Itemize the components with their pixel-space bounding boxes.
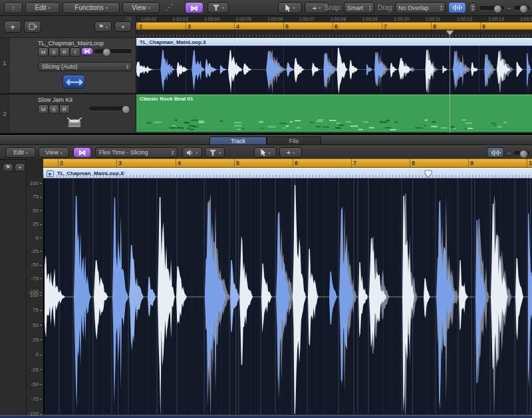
midi-notes — [136, 116, 532, 132]
editor-zoom-slider[interactable] — [514, 151, 529, 155]
playhead-marker-icon[interactable] — [446, 30, 454, 36]
tab-track[interactable]: Track — [209, 136, 267, 145]
slider-knob[interactable] — [519, 5, 528, 13]
flex-mode-dropdown[interactable]: Slicing (Auto) ▴▾ — [38, 62, 132, 71]
bar-number: 8 — [433, 23, 436, 30]
automation-nodes-icon[interactable]: ⋰ — [165, 3, 173, 12]
horizontal-zoom-slider[interactable] — [515, 6, 529, 10]
crosshair-icon: + — [313, 4, 317, 12]
editor-ruler-spacer — [27, 158, 43, 178]
flag-icon: ⚑ — [5, 164, 10, 170]
pointer-tool-button[interactable]: ▾ — [278, 2, 302, 13]
track-name[interactable]: TL_Chapman_MainLoop — [38, 40, 104, 47]
waveform-vzoom-button[interactable] — [448, 2, 466, 13]
bar-number: 7 — [384, 23, 387, 30]
view-menu[interactable]: View ▾ — [122, 2, 160, 13]
bar-number: 5 — [236, 160, 239, 166]
playhead-line[interactable] — [450, 33, 450, 133]
scale-label: -50 — [25, 381, 42, 387]
chevron-down-icon: ▾ — [319, 5, 321, 10]
editor-pointer-tool-button[interactable]: ▾ — [254, 147, 277, 158]
region-header[interactable]: TL_Chapman_MainLoop.3 — [136, 38, 532, 46]
editor-view-menu[interactable]: View ▾ — [39, 147, 69, 158]
track-flex-button[interactable]: ⋈ — [81, 47, 93, 55]
slider-knob[interactable] — [519, 150, 528, 158]
filter-button[interactable]: ▾ — [207, 2, 229, 13]
editor-waveform-zoom-button[interactable] — [487, 147, 504, 158]
scale-label: 0 — [25, 235, 42, 241]
track-header[interactable]: TL_Chapman_MainLoop MSRI ⋈ Slicing (Auto… — [9, 38, 136, 93]
track-s-button[interactable]: S — [49, 47, 59, 57]
time-label: 1:00:03 — [173, 17, 188, 21]
popup-stepper-icon: ▴▾ — [172, 150, 174, 156]
region-name: Classic Rock Beat 01 — [140, 96, 194, 102]
chevron-down-icon: ▾ — [26, 150, 28, 155]
track-number: 1 — [0, 60, 9, 67]
midi-region-body[interactable]: Classic Rock Beat 01 — [136, 95, 532, 132]
bar-line — [176, 159, 176, 167]
bar-number: 8 — [412, 160, 415, 166]
editor-flex-button[interactable]: ⋈ — [73, 147, 91, 158]
track-name[interactable]: Slow Jam Kit — [38, 97, 72, 103]
time-label: 1:00:14 — [520, 17, 532, 21]
track-i-button[interactable]: I — [70, 47, 80, 57]
slider-knob[interactable] — [493, 5, 502, 13]
time-label: 1:00:02 — [141, 17, 156, 21]
track-volume-slider[interactable] — [90, 106, 131, 110]
track-sort-button[interactable]: ⚑ ▾ — [94, 21, 112, 32]
chevron-down-icon: ▾ — [19, 165, 21, 170]
duplicate-track-button[interactable] — [24, 21, 41, 33]
cycle-icon[interactable]: ○ — [122, 170, 125, 176]
track-r-button[interactable]: R — [59, 104, 70, 114]
bar-number: 2 — [60, 160, 63, 166]
editor-filter-button[interactable]: ▾ — [205, 147, 225, 158]
editor-sort-button[interactable]: ⚑ — [3, 163, 13, 172]
chevron-down-icon: ▾ — [293, 150, 295, 155]
bar-ruler-top[interactable]: 23456789 — [136, 22, 532, 30]
track-header[interactable]: Slow Jam Kit MSR — [9, 95, 136, 133]
vertical-zoom-slider[interactable] — [479, 6, 504, 10]
tab-file[interactable]: File — [267, 136, 321, 145]
time-label: 1:00:07 — [299, 17, 315, 21]
flex-time-value: Flex Time - Slicing — [99, 149, 148, 156]
back-button[interactable]: ↑ — [4, 2, 23, 13]
track-icon[interactable] — [65, 117, 84, 129]
drag-dropdown[interactable]: No Overlap ▴▾ — [395, 2, 446, 13]
bar-ruler-editor[interactable]: 234567891 — [43, 158, 532, 168]
vzoom-stepper[interactable]: ▴ ▾ — [469, 3, 477, 13]
editor-waveform-area[interactable] — [43, 178, 532, 414]
funnel-icon — [209, 149, 217, 156]
flex-time-dropdown[interactable]: Flex Time - Slicing ▴▾ — [95, 147, 178, 158]
functions-menu[interactable]: Functions ▾ — [63, 2, 120, 13]
prelisten-button[interactable]: ▾ — [182, 147, 202, 158]
editor-edit-menu[interactable]: Edit ▾ — [5, 147, 36, 158]
track-collapse-button[interactable]: ▾ — [114, 21, 132, 32]
track-m-button[interactable]: M — [38, 47, 49, 57]
editor-region-strip[interactable]: ▶ TL_Chapman_MainLoop.3 ○ — [43, 168, 532, 178]
edit-menu[interactable]: Edit ▾ — [25, 2, 60, 13]
slider-knob[interactable] — [122, 105, 130, 114]
tick-strip-top[interactable] — [136, 30, 532, 38]
track-volume-slider[interactable] — [94, 49, 132, 53]
flex-mode-button[interactable]: ⋈ — [185, 2, 203, 13]
track-m-button[interactable]: M — [38, 104, 49, 114]
flex-marker-handle[interactable] — [424, 169, 433, 178]
time-ruler[interactable]: 1:00:021:00:031:00:041:00:051:00:061:00:… — [136, 16, 532, 22]
add-track-button[interactable]: + — [4, 21, 21, 33]
editor-collapse-button[interactable]: ▾ — [15, 163, 25, 172]
slider-knob[interactable] — [102, 48, 111, 57]
pointer-tool-icon — [260, 148, 266, 156]
editor-crosshair-tool-button[interactable]: + ▾ — [279, 147, 302, 158]
region-play-button[interactable]: ▶ — [47, 170, 54, 177]
tab-file-label: File — [289, 138, 299, 144]
snap-dropdown[interactable]: Smart ▴▾ — [344, 2, 374, 13]
amplitude-scale: 1007550250-25-50-75-1001007550250-25-50-… — [27, 178, 43, 414]
audio-region-body[interactable] — [136, 46, 532, 93]
region-name: TL_Chapman_MainLoop.3 — [140, 39, 206, 45]
drag-value: No Overlap — [398, 5, 429, 11]
editor-bottom-edge — [0, 415, 532, 418]
track-r-button[interactable]: R — [59, 47, 70, 57]
popup-stepper-icon: ▴▾ — [369, 5, 371, 11]
track-icon[interactable] — [63, 75, 85, 89]
track-s-button[interactable]: S — [49, 104, 59, 114]
